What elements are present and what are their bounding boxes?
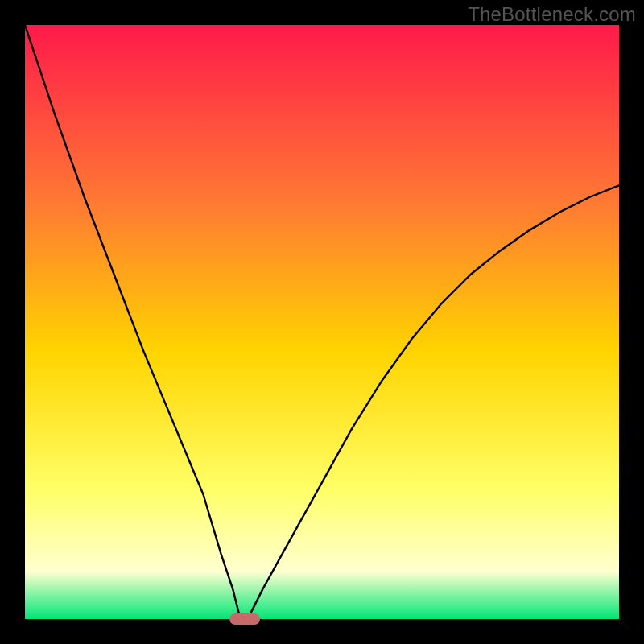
chart-frame: TheBottleneck.com [0,0,644,644]
plot-area [25,25,619,619]
watermark-text: TheBottleneck.com [468,3,636,26]
optimal-marker [229,613,260,625]
bottleneck-chart [0,0,644,644]
